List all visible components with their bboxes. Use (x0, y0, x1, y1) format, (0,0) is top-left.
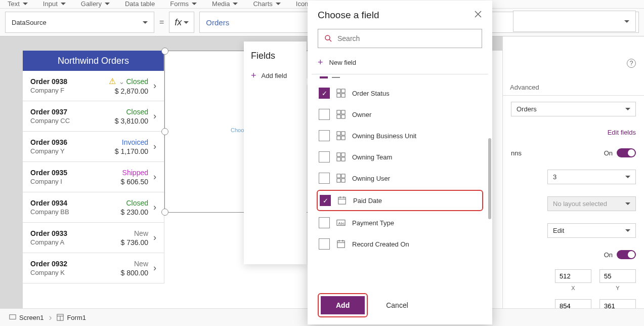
svg-rect-22 (338, 197, 346, 205)
scrollbar[interactable] (488, 138, 491, 219)
field-option[interactable]: Abc Payment Type (315, 212, 485, 233)
fx-button[interactable]: fx (169, 12, 194, 33)
ribbon-forms[interactable]: Forms (170, 0, 197, 8)
pos-x-input[interactable] (555, 269, 591, 283)
checkbox[interactable]: ✓ (320, 195, 331, 206)
edit-fields-link[interactable]: Edit fields (608, 129, 636, 136)
svg-rect-6 (337, 110, 340, 114)
property-dropdown[interactable]: DataSource (5, 12, 154, 33)
gallery-item[interactable]: Order 0937 Company CC Closed $ 3,810.00 … (23, 101, 164, 132)
checkbox[interactable] (319, 151, 330, 162)
popup-title: Choose a field (318, 10, 379, 21)
cancel-button[interactable]: Cancel (378, 296, 416, 314)
svg-rect-14 (337, 153, 340, 156)
svg-rect-12 (337, 136, 340, 140)
hidden-dropdown[interactable] (513, 11, 636, 32)
order-company: Company F (30, 87, 109, 94)
field-type-icon (336, 152, 346, 162)
add-field-label: Add field (262, 72, 287, 79)
search-input[interactable] (337, 34, 476, 43)
fields-panel-title: Fields (244, 42, 307, 66)
order-amount: $ 230.00 (121, 208, 149, 216)
chevron-right-icon: › (153, 232, 156, 243)
checkbox[interactable] (319, 109, 330, 120)
gallery-item[interactable]: Order 0934 Company BB Closed $ 230.00 › (23, 192, 164, 223)
field-option[interactable]: ✓ Paid Date (317, 190, 483, 211)
info-icon[interactable]: ? (627, 59, 636, 68)
order-amount: $ 3,810.00 (115, 117, 148, 125)
add-button-highlight: Add (318, 293, 368, 317)
svg-rect-20 (337, 179, 340, 182)
columns-select[interactable]: 3 (547, 170, 636, 184)
order-company: Company I (30, 178, 121, 185)
chevron-right-icon: › (153, 141, 156, 152)
layout-select: No layout selected (547, 196, 636, 211)
equals-sign: = (159, 18, 164, 27)
warning-icon: ⚠ (109, 77, 116, 86)
resize-handle[interactable] (161, 209, 168, 216)
gallery-item[interactable]: Order 0935 Company I Shipped $ 606.50 › (23, 162, 164, 192)
checkbox[interactable] (319, 238, 330, 250)
new-field-button[interactable]: + New field (318, 54, 482, 71)
svg-rect-16 (337, 157, 340, 161)
svg-rect-28 (337, 241, 345, 248)
checkbox[interactable] (319, 173, 330, 184)
mode-select[interactable]: Edit (547, 223, 636, 238)
field-option[interactable]: Owning Team (315, 146, 485, 168)
order-company: Company CC (30, 117, 115, 125)
datasource-select[interactable]: Orders (511, 102, 636, 116)
field-label: Order Status (352, 90, 390, 97)
field-option[interactable]: Owning Business Unit (315, 125, 485, 146)
order-company: Company K (30, 269, 121, 276)
field-option[interactable]: Owner (315, 104, 485, 125)
add-field-button[interactable]: + Add field (244, 66, 307, 85)
ribbon-text[interactable]: Text (8, 0, 28, 8)
svg-rect-18 (337, 174, 340, 178)
fields-panel: Fields + Add field (244, 42, 307, 264)
breadcrumb-screen-label: Screen1 (19, 314, 44, 321)
order-title: Order 0933 (30, 229, 121, 237)
order-company: Company Y (30, 147, 115, 155)
order-title: Order 0936 (30, 138, 115, 146)
field-search[interactable] (318, 29, 482, 48)
gallery-item[interactable]: Order 0936 Company Y Invoiced $ 1,170.00… (23, 132, 164, 162)
order-title: Order 0935 (30, 169, 121, 177)
mini-bar-icon (320, 76, 328, 78)
resize-handle[interactable] (161, 48, 168, 55)
breadcrumb-form[interactable]: Form1 (52, 312, 91, 323)
field-option[interactable]: Record Created On (315, 233, 485, 255)
ribbon-datatable[interactable]: Data table (125, 0, 155, 8)
checkbox[interactable] (319, 130, 330, 141)
field-option[interactable]: Owning User (315, 168, 485, 189)
checkbox[interactable] (319, 217, 330, 228)
gallery-item[interactable]: Order 0932 Company K New $ 800.00 › (23, 253, 164, 283)
snap-toggle[interactable]: On (604, 148, 636, 157)
gallery-item[interactable]: Order 0938 Company F ⚠⌄ Closed $ 2,870.0… (23, 71, 164, 101)
divider (312, 74, 488, 74)
ribbon-input[interactable]: Input (43, 0, 66, 8)
order-title: Order 0934 (30, 199, 121, 207)
toggle-switch[interactable] (617, 148, 636, 157)
checkbox[interactable]: ✓ (319, 88, 330, 99)
gallery-item[interactable]: Order 0933 Company A New $ 736.00 › (23, 223, 164, 253)
new-field-label: New field (329, 59, 356, 66)
ribbon-media[interactable]: Media (212, 0, 238, 8)
svg-rect-2 (337, 89, 340, 93)
form-hint-label: Choo (231, 127, 244, 133)
close-button[interactable] (474, 10, 482, 21)
breadcrumb-screen[interactable]: Screen1 (4, 312, 49, 323)
ribbon-charts[interactable]: Charts (253, 0, 280, 8)
visible-toggle[interactable]: On (604, 250, 636, 259)
add-button[interactable]: Add (321, 296, 365, 314)
order-status: Closed (126, 77, 148, 86)
datasource-value: Orders (517, 105, 537, 113)
field-option[interactable]: ✓ Order Status (315, 83, 485, 104)
toggle-switch[interactable] (617, 250, 636, 259)
svg-rect-5 (341, 94, 345, 97)
pos-y-input[interactable] (599, 269, 636, 283)
properties-panel: ? Advanced Orders Edit fields nns On 3 N… (502, 36, 644, 308)
order-status: Shipped (122, 169, 148, 177)
resize-handle[interactable] (161, 128, 168, 135)
tab-advanced[interactable]: Advanced (503, 79, 546, 95)
ribbon-gallery[interactable]: Gallery (81, 0, 110, 8)
